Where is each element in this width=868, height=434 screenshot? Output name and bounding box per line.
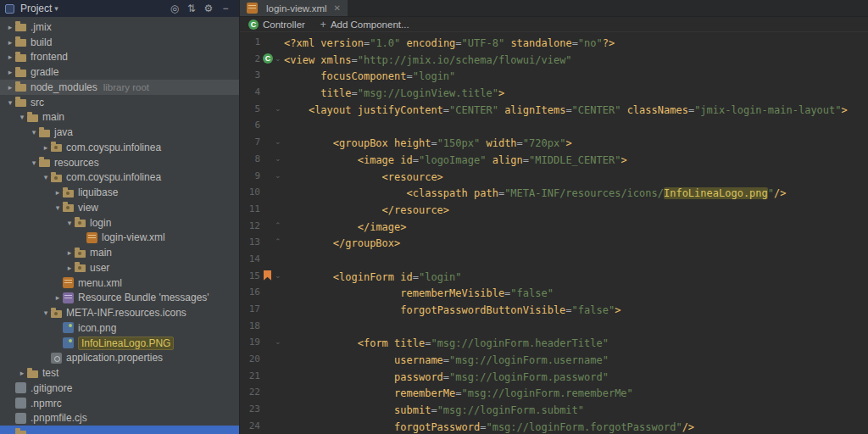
code-line-9[interactable]: 9⌄ <resource> [240,168,868,185]
chevron-collapsed-icon[interactable]: ▸ [41,143,51,152]
tree-item-node-modules[interactable]: ▸node_moduleslibrary root [0,80,239,95]
controller-gutter-icon[interactable]: C [263,53,273,64]
chevron-expanded-icon[interactable]: ▾ [64,219,75,227]
code-text: <layout justifyContent="CENTER" alignIte… [284,104,848,116]
tree-item-.gitignore[interactable]: .gitignore [0,381,239,396]
code-line-20[interactable]: 20 username="msg://loginForm.username" [240,351,868,368]
chevron-collapsed-icon[interactable]: ▸ [5,68,15,76]
chevron-expanded-icon[interactable]: ▾ [53,203,63,212]
tree-item-resource-bundle-messages-[interactable]: ▸Resource Bundle 'messages' [0,291,239,306]
tree-item-infolinealogo.png[interactable]: InfoLineaLogo.PNG [0,336,239,351]
code-line-10[interactable]: 10 <classpath path="META-INF/resources/i… [240,184,868,201]
tree-item-src[interactable]: ▾src [0,95,239,110]
code-line-16[interactable]: 16 rememberMeVisible="false" [240,284,868,301]
chevron-expanded-icon[interactable]: ▾ [29,128,39,136]
tree-item-.npmrc[interactable]: .npmrc [0,396,239,411]
chevron-collapsed-icon[interactable]: ▸ [53,188,63,197]
collapse-all-icon[interactable]: ⇅ [183,3,200,14]
chevron-collapsed-icon[interactable]: ▸ [53,293,63,302]
tree-item-menu.xml[interactable]: menu.xml [0,275,239,291]
tree-item-application.properties[interactable]: application.properties [0,351,239,366]
code-line-7[interactable]: 7⌄ <groupBox height="150px" width="720px… [240,134,868,151]
code-line-5[interactable]: 5⌄ <layout justifyContent="CENTER" align… [240,101,868,118]
chevron-collapsed-icon[interactable]: ▸ [5,83,15,92]
code-line-4[interactable]: 4 title="msg://LoginView.title"> [240,84,868,101]
tab-login-view-xml[interactable]: login-view.xml ✕ [240,0,348,16]
tree-item-user[interactable]: ▸user [0,260,239,275]
tree-item-partial[interactable] [0,426,239,434]
fold-marker-icon[interactable]: ⌄ [275,101,281,118]
code-line-11[interactable]: 11 </resource> [240,201,868,218]
code-line-22[interactable]: 22 rememberMe="msg://loginForm.rememberM… [240,384,868,401]
chevron-down-icon[interactable]: ▾ [54,4,58,13]
chevron-expanded-icon[interactable]: ▾ [17,113,27,121]
tree-item-test[interactable]: ▸test [0,365,239,381]
line-number: 22 [240,384,260,401]
code-line-14[interactable]: 14 [240,251,868,268]
fold-marker-icon[interactable]: ⌄ [275,268,281,285]
chevron-expanded-icon[interactable]: ▾ [41,173,51,181]
package-icon [51,175,62,182]
fold-marker-icon[interactable]: ⌄ [275,151,281,168]
code-line-13[interactable]: 13⌃ </groupBox> [240,234,868,251]
fold-marker-icon[interactable]: ⌄ [275,51,281,68]
tree-item-main[interactable]: ▾main [0,110,239,125]
chevron-collapsed-icon[interactable]: ▸ [17,369,27,377]
fold-marker-icon[interactable]: ⌄ [275,334,281,351]
code-line-12[interactable]: 12⌃ </image> [240,218,868,235]
add-component-button[interactable]: Add Component... [331,19,409,30]
code-line-21[interactable]: 21 password="msg://loginForm.password" [240,368,868,385]
hide-panel-icon[interactable]: − [217,3,234,14]
chevron-collapsed-icon[interactable]: ▸ [64,264,75,272]
locate-icon[interactable]: ◎ [166,3,183,14]
settings-icon[interactable]: ⚙ [200,3,217,14]
line-number: 23 [240,401,260,418]
tree-item-build[interactable]: ▸build [0,35,239,50]
chevron-expanded-icon[interactable]: ▾ [5,98,15,107]
fold-marker-icon[interactable]: ⌃ [275,218,281,235]
tree-item-icon.png[interactable]: icon.png [0,320,239,336]
tree-item-com.coyspu.infolinea[interactable]: ▾com.coyspu.infolinea [0,170,239,186]
chevron-collapsed-icon[interactable]: ▸ [64,248,75,257]
tree-item-meta-inf.resources.icons[interactable]: ▾META-INF.resources.icons [0,305,239,320]
tab-close-icon[interactable]: ✕ [334,3,341,13]
code-line-1[interactable]: 1<?xml version="1.0" encoding="UTF-8" st… [240,34,868,51]
code-line-24[interactable]: 24 forgotPassword="msg://loginForm.forgo… [240,418,868,434]
tree-item-login-view.xml[interactable]: login-view.xml [0,231,239,246]
tree-item-login[interactable]: ▾login [0,215,239,231]
tree-item-com.coyspu.infolinea[interactable]: ▸com.coyspu.infolinea [0,140,239,155]
fold-marker-icon[interactable]: ⌃ [275,234,281,251]
chevron-collapsed-icon[interactable]: ▸ [5,38,15,47]
project-panel-title[interactable]: Project [20,3,52,14]
tree-item-liquibase[interactable]: ▸liquibase [0,185,239,200]
tree-item-.jmix[interactable]: ▸.jmix [0,19,239,35]
tree-item-label: src [31,97,44,108]
chevron-collapsed-icon[interactable]: ▸ [5,53,15,61]
bookmark-gutter-icon[interactable] [264,270,271,281]
code-line-19[interactable]: 19⌄ <form title="msg://loginForm.headerT… [240,334,868,351]
tree-item-view[interactable]: ▾view [0,200,239,215]
fold-marker-icon[interactable]: ⌄ [275,168,281,185]
code-line-6[interactable]: 6 [240,117,868,134]
tree-item-frontend[interactable]: ▸frontend [0,50,239,65]
tree-item-resources[interactable]: ▾resources [0,155,239,170]
code-line-15[interactable]: 15⌄ <loginForm id="login" [240,268,868,285]
tree-item-.pnpmfile.cjs[interactable]: .pnpmfile.cjs [0,411,239,426]
code-line-18[interactable]: 18 [240,318,868,335]
code-line-23[interactable]: 23 submit="msg://loginForm.submit" [240,401,868,418]
code-editor[interactable]: 1<?xml version="1.0" encoding="UTF-8" st… [240,32,868,434]
tree-item-main[interactable]: ▸main [0,245,239,260]
fold-marker-icon[interactable]: ⌄ [275,134,281,151]
tree-item-gradle[interactable]: ▸gradle [0,64,239,80]
chevron-expanded-icon[interactable]: ▾ [29,159,39,167]
chevron-expanded-icon[interactable]: ▾ [41,309,51,317]
code-line-3[interactable]: 3 focusComponent="login" [240,67,868,84]
tree-item-java[interactable]: ▾java [0,125,239,140]
controller-link[interactable]: Controller [263,19,305,30]
window-icon[interactable] [5,4,14,14]
folder-icon [15,70,26,77]
code-line-17[interactable]: 17 forgotPasswordButtonVisible="false"> [240,301,868,318]
code-line-8[interactable]: 8⌄ <image id="logoImage" align="MIDDLE_C… [240,151,868,168]
code-line-2[interactable]: 2C⌄<view xmlns="http://jmix.io/schema/fl… [240,51,868,68]
chevron-collapsed-icon[interactable]: ▸ [5,23,15,31]
